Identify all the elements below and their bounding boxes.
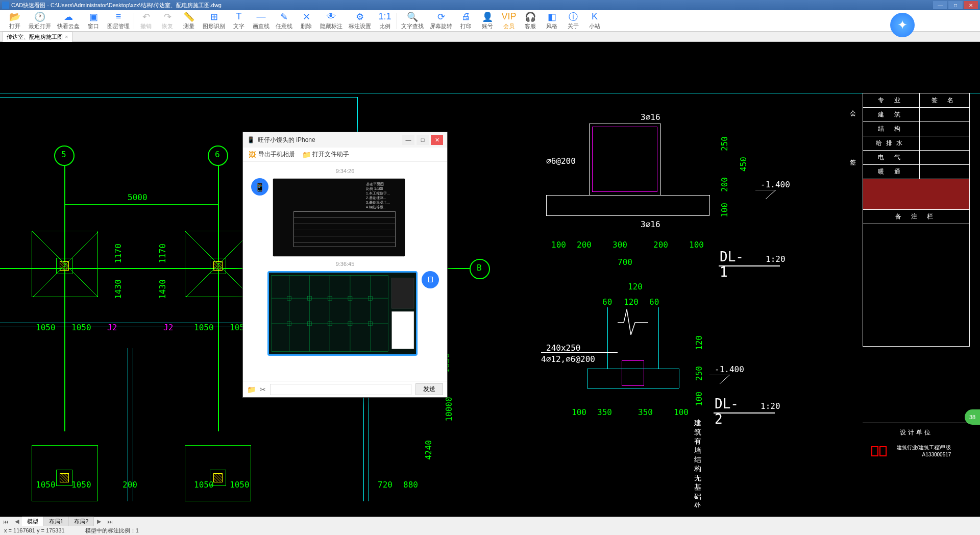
avatar-pc-icon: 🖥 bbox=[422, 271, 439, 288]
print-button[interactable]: 🖨打印 bbox=[455, 11, 477, 31]
grid-bubble-B: B bbox=[470, 259, 490, 279]
undo-button[interactable]: ↶撤销 bbox=[135, 11, 157, 31]
main-toolbar: 📂打开🕐最近打开☁快看云盘▣窗口≡图层管理↶撤销↷恢复📏测量⊞图形识别T文字—画… bbox=[0, 10, 980, 32]
vip-button[interactable]: VIP会员 bbox=[498, 11, 520, 31]
rotate-icon: ⟳ bbox=[435, 12, 447, 22]
remark-header: 备 注 栏 bbox=[863, 210, 970, 224]
recent-icon: 🕐 bbox=[34, 12, 45, 22]
chat-message-list[interactable]: 9:34:26 📱 基础平面图比例 1:1001.本工程位于...2.基础埋深.… bbox=[243, 162, 447, 381]
cloud-button[interactable]: ☁快看云盘 bbox=[54, 11, 83, 31]
layout1-tab[interactable]: 布局1 bbox=[44, 517, 69, 526]
layer-icon: ≡ bbox=[113, 12, 124, 22]
find-text-button[interactable]: 🔍文字查找 bbox=[398, 11, 427, 31]
toolbar-label: 打开 bbox=[9, 22, 20, 30]
chat-input[interactable] bbox=[270, 384, 411, 395]
freeline-button[interactable]: ✎任意线 bbox=[273, 11, 296, 31]
line-button[interactable]: —画直线 bbox=[250, 11, 273, 31]
level-mark: -1.400 bbox=[761, 180, 790, 189]
annot-settings-button[interactable]: ⚙标注设置 bbox=[346, 11, 374, 31]
grid-line-6 bbox=[218, 166, 219, 431]
annot-settings-icon: ⚙ bbox=[354, 12, 365, 22]
chat-image-thumbnail[interactable]: 基础平面图比例 1:1001.本工程位于...2.基础埋深...3.基础混凝土.… bbox=[273, 178, 405, 257]
dim-720: 720 bbox=[378, 480, 393, 490]
toolbar-label: 文字查找 bbox=[401, 22, 424, 30]
toolbar-label: 删除 bbox=[301, 22, 312, 30]
chat-input-bar: 📁 ✂ 发送 bbox=[243, 381, 447, 397]
notification-badge[interactable]: 38 bbox=[965, 409, 980, 425]
design-unit-title: 设计单位 bbox=[863, 428, 970, 437]
toolbar-label: 测量 bbox=[183, 22, 194, 30]
drawing-canvas[interactable]: 5 6 B 5000 1170 1430 1170 1430 1050 1050… bbox=[0, 42, 980, 507]
grid-bubble-5: 5 bbox=[54, 145, 75, 166]
tab-last-icon[interactable]: ⏭ bbox=[104, 518, 116, 526]
maximize-button[interactable]: □ bbox=[948, 1, 963, 9]
find-text-icon: 🔍 bbox=[407, 12, 418, 22]
tab-next-icon[interactable]: ▶ bbox=[94, 517, 104, 526]
window-button[interactable]: ▣窗口 bbox=[83, 11, 104, 31]
toolbar-label: 画直线 bbox=[253, 22, 270, 30]
dim-4240: 4240 bbox=[424, 440, 433, 460]
close-button[interactable]: ✕ bbox=[964, 1, 978, 9]
model-tab[interactable]: 模型 bbox=[22, 517, 44, 526]
about-icon: ⓘ bbox=[568, 12, 579, 22]
chat-titlebar[interactable]: 📱 旺仔小馒头的 iPhone — □ ✕ bbox=[243, 132, 447, 148]
line-icon: — bbox=[256, 12, 267, 22]
chat-close-button[interactable]: ✕ bbox=[431, 135, 443, 145]
chat-image-thumbnail[interactable] bbox=[267, 271, 418, 356]
support-button[interactable]: 🎧客服 bbox=[520, 11, 541, 31]
minimize-button[interactable]: — bbox=[933, 1, 947, 9]
layout2-tab[interactable]: 布局2 bbox=[69, 517, 94, 526]
toolbar-label: 文字 bbox=[233, 22, 244, 30]
dim-1170a: 1170 bbox=[113, 244, 123, 263]
account-button[interactable]: 👤账号 bbox=[477, 11, 498, 31]
text-button[interactable]: T文字 bbox=[228, 11, 250, 31]
station-button[interactable]: K小站 bbox=[584, 11, 605, 31]
vert-label-hui: 会 bbox=[848, 105, 857, 111]
measure-button[interactable]: 📏测量 bbox=[178, 11, 200, 31]
print-icon: 🖨 bbox=[460, 12, 472, 22]
about-button[interactable]: ⓘ关于 bbox=[562, 11, 584, 31]
tab-close-icon[interactable]: × bbox=[65, 34, 68, 40]
section-title-DL2: DL-2 bbox=[715, 396, 739, 427]
dim-1430a: 1430 bbox=[113, 279, 123, 299]
toolbar-label: 快看云盘 bbox=[57, 22, 80, 30]
open-button[interactable]: 📂打开 bbox=[4, 11, 26, 31]
toolbar-label: 最近打开 bbox=[29, 22, 51, 30]
app-logo: ✦ bbox=[890, 13, 915, 37]
recent-button[interactable]: 🕐最近打开 bbox=[26, 11, 54, 31]
chat-toolbar: 🖼 导出手机相册 📁 打开文件助手 bbox=[243, 148, 447, 162]
toolbar-label: 窗口 bbox=[88, 22, 99, 30]
label-J2: J2 bbox=[163, 323, 173, 332]
grid-line-5 bbox=[64, 166, 65, 431]
scissors-icon[interactable]: ✂ bbox=[260, 385, 266, 394]
rotate-button[interactable]: ⟳屏幕旋转 bbox=[427, 11, 455, 31]
open-file-helper-button[interactable]: 📁 打开文件助手 bbox=[302, 150, 349, 159]
tab-first-icon[interactable]: ⏮ bbox=[0, 518, 12, 526]
dim-10000: 10000 bbox=[444, 397, 454, 421]
phone-icon: 📱 bbox=[247, 136, 255, 143]
label-J2: J2 bbox=[107, 323, 117, 332]
window-titlebar: CAD快速看图 - C:\Users\Administrator\Desktop… bbox=[0, 0, 980, 10]
dim-200: 200 bbox=[122, 480, 137, 490]
gallery-icon: 🖼 bbox=[248, 151, 256, 159]
document-tab[interactable]: 传达室、配电房施工图 × bbox=[2, 32, 72, 42]
chat-minimize-button[interactable]: — bbox=[402, 135, 414, 145]
tab-prev-icon[interactable]: ◀ bbox=[12, 517, 22, 526]
layer-button[interactable]: ≡图层管理 bbox=[104, 11, 133, 31]
scale-button[interactable]: 1:1比例 bbox=[374, 11, 396, 31]
delete-button[interactable]: ✕删除 bbox=[296, 11, 317, 31]
toolbar-label: 恢复 bbox=[162, 22, 173, 30]
app-title: CAD快速看图 - C:\Users\Administrator\Desktop… bbox=[11, 2, 222, 9]
send-button[interactable]: 发送 bbox=[415, 383, 443, 395]
folder-icon[interactable]: 📁 bbox=[247, 385, 256, 394]
style-button[interactable]: ◧风格 bbox=[541, 11, 562, 31]
chat-maximize-button[interactable]: □ bbox=[416, 135, 429, 145]
freeline-icon: ✎ bbox=[279, 12, 290, 22]
export-photo-button[interactable]: 🖼 导出手机相册 bbox=[248, 150, 295, 159]
design-unit-logo bbox=[871, 446, 887, 456]
redo-button[interactable]: ↷恢复 bbox=[157, 11, 178, 31]
delete-icon: ✕ bbox=[301, 12, 312, 22]
recognize-button[interactable]: ⊞图形识别 bbox=[200, 11, 228, 31]
measure-icon: 📏 bbox=[183, 12, 194, 22]
hide-annot-button[interactable]: 👁隐藏标注 bbox=[317, 11, 346, 31]
